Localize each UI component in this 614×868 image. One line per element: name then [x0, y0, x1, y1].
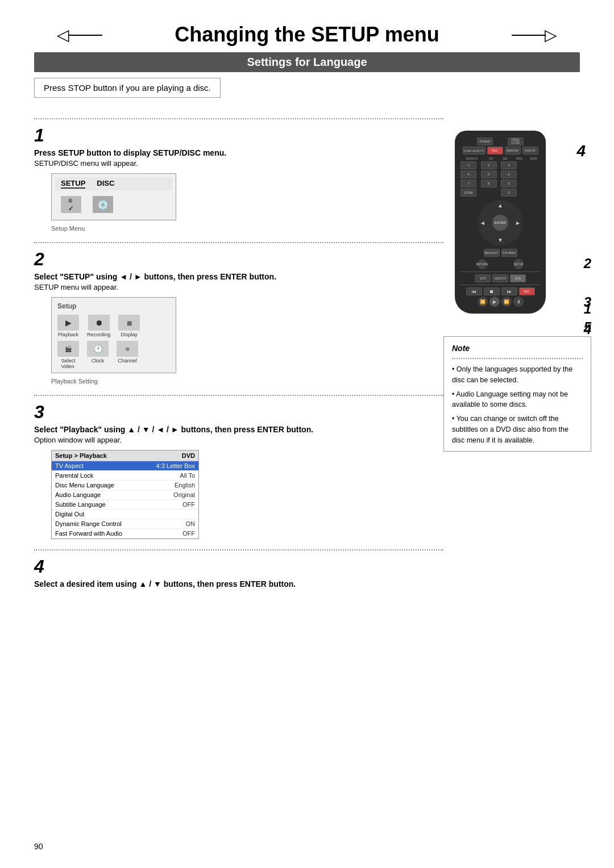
note-box: Note • Only the languages supported by t…: [443, 336, 591, 452]
top-menu-btn[interactable]: TOP MENU: [501, 249, 517, 257]
callout-2: 2: [584, 256, 591, 272]
step1-separator: [34, 118, 443, 119]
row-val-0: 4:3 Letter Box: [156, 462, 196, 469]
open-close-btn[interactable]: OPEN/CLOSE: [508, 137, 524, 145]
btn-9[interactable]: 9: [501, 180, 517, 187]
callout-1: 1: [584, 301, 591, 317]
recording-label: Recording: [87, 332, 110, 337]
step3-title: Select "Playback" using ▲ / ▼ / ◄ / ► bu…: [34, 425, 443, 434]
clock-icon: 🕐 Clock: [87, 341, 109, 369]
enter-btn[interactable]: ENTER: [492, 215, 508, 231]
btn-0[interactable]: 0: [501, 189, 517, 197]
skip-back-btn[interactable]: ⏮: [466, 287, 482, 295]
row-val-4: OFF: [182, 501, 195, 508]
title-arrow-right: ▷: [545, 26, 557, 44]
play-btn[interactable]: ▶: [489, 297, 500, 307]
step2-screen-label: Playback Setting: [51, 378, 443, 385]
num-pad-2: 4 5 6: [460, 170, 540, 178]
step1-title: Press SETUP button to display SETUP/DISC…: [34, 148, 443, 157]
page-title-wrapper: ◁ Changing the SETUP menu ▷: [34, 23, 580, 47]
row-label-1: Parental Lock: [55, 472, 93, 479]
videotv-btn[interactable]: VIDEO/TV: [492, 274, 508, 282]
nav-up[interactable]: ▲: [497, 202, 503, 208]
dvd-btn[interactable]: DVD: [510, 274, 526, 282]
select-video-icon: 🎬 SelectVideo: [57, 341, 79, 369]
rec-btn[interactable]: REC: [487, 147, 503, 155]
row-label-2: Disc Menu Language: [55, 482, 114, 489]
channel-label: Channel: [118, 358, 137, 364]
table-row-1: Parental Lock All To: [52, 471, 198, 481]
row-val-6: ON: [186, 520, 196, 527]
step2-screen: Setup ▶ Playback ⏺ Recording ▦ Display 🎬: [51, 297, 176, 373]
table-header-right: DVD: [182, 452, 195, 459]
step2-separator: [34, 242, 443, 243]
btn-4[interactable]: 4: [460, 170, 476, 178]
btn-1[interactable]: 1: [460, 161, 476, 169]
row-val-1: All To: [180, 472, 195, 479]
step1-screen-label: Setup Menu: [51, 225, 443, 232]
row-label-3: Audio Language: [55, 491, 101, 498]
playback-icons-row1: ▶ Playback ⏺ Recording ▦ Display: [55, 315, 172, 337]
num-row-labels: SEARCH CH SEL DISC MOD: [460, 157, 540, 160]
nav-left[interactable]: ◄: [480, 220, 486, 226]
table-row-6: Dynamic Range Control ON: [52, 519, 198, 529]
btn-5[interactable]: 5: [481, 170, 497, 178]
menu-list-btn[interactable]: MENU/LIST: [484, 249, 500, 257]
row-label-6: Dynamic Range Control: [55, 520, 122, 527]
remote-area: 4 POWER OPEN/CLOSE CLEAR CASSETTE REC MO…: [443, 131, 591, 314]
row-val-2: English: [175, 482, 195, 489]
row-val-3: Original: [173, 491, 195, 498]
skip-row: ⏮ ⏹ ⏭ REC: [460, 287, 540, 295]
table-row-0: TV Aspect 4:3 Letter Box: [52, 461, 198, 471]
callout-nums-right2: 1 5: [584, 301, 591, 335]
note-item-1: • Audio Language setting may not be avai…: [452, 389, 583, 411]
setup-icon-item: ≡✓: [61, 196, 81, 214]
row-label-0: TV Aspect: [55, 462, 84, 469]
step3-number: 3: [34, 402, 443, 423]
display-label: Display: [121, 332, 138, 337]
note-item-2: • You can change or switch off the subti…: [452, 414, 583, 445]
display-btn[interactable]: DISPLAY: [522, 147, 538, 155]
btn-6[interactable]: 6: [501, 170, 517, 178]
menu-row: MENU/LIST TOP MENU: [460, 249, 540, 257]
skip-fwd-btn[interactable]: ⏭: [501, 287, 517, 295]
left-content: 1 Press SETUP button to display SETUP/DI…: [34, 108, 443, 590]
vcr-mode-row: VCR VIDEO/TV DVD: [460, 274, 540, 282]
monitor-btn[interactable]: MONITOR: [505, 147, 521, 155]
clear-cassette-btn[interactable]: CLEAR CASSETTE: [463, 147, 486, 155]
page-title: Changing the SETUP menu: [34, 23, 580, 47]
setup-title-bar: Setup: [55, 301, 172, 311]
step4-separator: [34, 549, 443, 550]
setup-btn[interactable]: SETUP: [513, 259, 524, 269]
btn-7[interactable]: 7: [460, 180, 476, 187]
nav-right[interactable]: ►: [515, 220, 521, 226]
btn-3[interactable]: 3: [501, 161, 517, 169]
setup-icon-box: ≡✓: [61, 196, 81, 213]
table-row-4: Subtitle Language OFF: [52, 500, 198, 510]
rew-btn[interactable]: ⏪: [478, 297, 488, 307]
remote-body: POWER OPEN/CLOSE CLEAR CASSETTE REC MONI…: [455, 131, 546, 314]
zoom-btn[interactable]: ZOOM: [460, 189, 476, 197]
num-pad-3: 7 8 9: [460, 180, 540, 187]
callout-5: 5: [584, 319, 591, 335]
nav-down[interactable]: ▼: [497, 237, 503, 243]
stop-btn[interactable]: ⏹: [484, 287, 500, 295]
btn-2[interactable]: 2: [481, 161, 497, 169]
stop-notice: Press STOP button if you are playing a d…: [34, 78, 221, 98]
btn-8[interactable]: 8: [481, 180, 497, 187]
display-shape: ▦: [118, 315, 140, 331]
transport-row: ⏪ ▶ ⏩ ⏸: [460, 297, 540, 307]
playback-icons-row2: 🎬 SelectVideo 🕐 Clock ≋ Channel: [55, 341, 172, 369]
row-label-7: Fast Forward with Audio: [55, 530, 122, 537]
fwd-btn[interactable]: ⏩: [501, 297, 512, 307]
disc-icon-box: 💿: [93, 196, 113, 213]
return-btn[interactable]: RETURN: [477, 259, 487, 269]
power-btn[interactable]: POWER: [477, 137, 493, 145]
return-setup-row: RETURN SETUP: [460, 259, 540, 269]
vcr-btn[interactable]: VCR: [475, 274, 491, 282]
remote-divider2: [460, 285, 540, 285]
pause-btn[interactable]: ⏸: [513, 297, 524, 307]
num-pad-4: ZOOM 0: [460, 189, 540, 197]
table-row-5: Digital Out: [52, 510, 198, 519]
record-btn[interactable]: REC: [519, 287, 535, 295]
